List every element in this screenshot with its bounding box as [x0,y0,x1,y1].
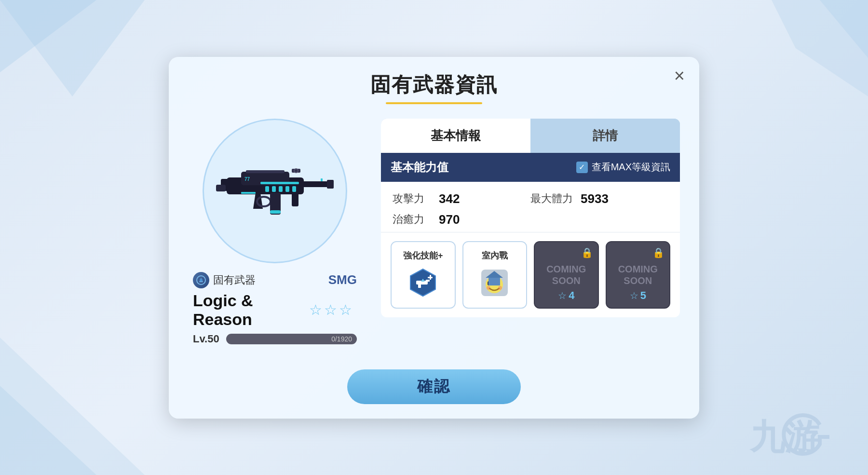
svg-point-43 [498,286,502,290]
locked-star-5: ☆ [630,290,638,301]
attack-value: 342 [439,191,460,206]
left-panel: 77 [188,119,362,345]
lock-icon-4: 🔒 [581,247,593,258]
svg-rect-45 [488,278,500,285]
svg-rect-14 [285,186,289,192]
coming-soon-text-5: COMING SOON [610,263,666,286]
svg-rect-20 [270,210,281,214]
weapon-type-row: 固有武器 SMG [188,272,362,288]
right-panel: 基本情報 詳情 基本能力值 ✓ 查看MAX等級資訊 [381,119,680,317]
svg-rect-21 [292,193,298,206]
weapon-type-icon [193,272,209,288]
check-mark: ✓ [579,163,585,172]
level-label: Lv.50 [193,333,219,345]
locked-star-row-4: ☆ 4 [558,289,574,302]
locked-num-4: 4 [569,289,574,302]
max-level-text: 查看MAX等級資訊 [592,161,670,174]
stat-hp: 最大體力 5933 [530,191,668,206]
skills-row: 強化技能+ [381,232,680,317]
svg-text:77: 77 [244,176,250,182]
svg-point-42 [487,286,490,290]
star-1: ☆ [309,301,322,318]
exp-bar-container: 0/1920 [226,334,357,344]
hp-label: 最大體力 [530,191,573,206]
svg-rect-27 [241,192,256,194]
svg-rect-33 [418,284,421,288]
star-2: ☆ [324,301,337,318]
stats-grid: 攻擊力 342 最大體力 5933 治癒力 970 [381,182,680,232]
svg-point-29 [200,279,203,282]
skill-enhance-icon-area [406,266,440,300]
svg-rect-8 [301,181,328,187]
weapon-category: SMG [328,272,357,287]
svg-rect-32 [426,280,430,282]
svg-rect-17 [216,185,226,191]
weapon-image: 77 [212,153,338,228]
confirm-button[interactable]: 確認 [347,369,521,404]
lock-icon-5: 🔒 [652,247,665,258]
max-level-checkbox[interactable]: ✓ 查看MAX等級資訊 [576,161,670,174]
weapon-type-label: 固有武器 [213,273,256,287]
attack-label: 攻擊力 [393,191,431,206]
svg-rect-26 [321,178,323,181]
hp-value: 5933 [581,191,609,206]
weapon-info-modal: 固有武器資訊 × [169,57,699,419]
weapon-name: Logic & Reason [193,291,309,329]
level-row: Lv.50 0/1920 [188,333,362,345]
svg-rect-15 [292,186,296,192]
exp-text: 0/1920 [331,335,352,343]
skill-card-indoor[interactable]: 室內戰 [462,241,528,309]
stats-panel: 基本能力值 ✓ 查看MAX等級資訊 攻擊力 342 [381,153,680,317]
title-underline [386,102,482,104]
skill-enhance-label: 強化技能+ [403,250,443,261]
skill-card-locked-5: 🔒 COMING SOON ☆ 5 [606,241,671,309]
stats-header-title: 基本能力值 [391,160,448,175]
svg-rect-10 [260,182,299,184]
modal-title: 固有武器資訊 [178,71,690,98]
skill-indoor-label: 室內戰 [482,250,508,261]
checkbox-icon: ✓ [576,162,588,173]
confirm-area: 確認 [169,360,699,419]
close-button[interactable]: × [674,67,685,85]
modal-body: 77 [169,104,699,360]
coming-soon-text-4: COMING SOON [538,263,595,286]
svg-rect-24 [292,169,300,173]
weapon-display-circle: 77 [203,119,347,263]
locked-star-row-5: ☆ 5 [630,289,646,302]
tab-basic[interactable]: 基本情報 [381,119,530,153]
weapon-stars: ☆ ☆ ☆ [309,301,357,318]
tab-detail[interactable]: 詳情 [530,119,680,153]
modal-overlay: 固有武器資訊 × [0,0,868,475]
heal-value: 970 [439,212,460,227]
star-3: ☆ [339,301,352,318]
svg-rect-11 [265,186,269,192]
svg-rect-12 [272,186,276,192]
stats-header: 基本能力值 ✓ 查看MAX等級資訊 [381,153,680,182]
stat-heal: 治癒力 970 [393,212,530,227]
skill-card-enhance[interactable]: 強化技能+ [391,241,456,309]
tabs-row: 基本情報 詳情 [381,119,680,153]
svg-rect-22 [246,170,285,173]
weapon-type-badge: 固有武器 [193,272,256,288]
modal-header: 固有武器資訊 × [169,57,699,104]
svg-rect-35 [430,275,431,280]
locked-star-4: ☆ [558,290,567,301]
skill-indoor-icon-area [478,266,512,300]
svg-rect-13 [279,186,283,192]
stat-attack: 攻擊力 342 [393,191,530,206]
skill-card-locked-4: 🔒 COMING SOON ☆ 4 [534,241,599,309]
heal-label: 治癒力 [393,212,431,227]
locked-num-5: 5 [640,289,646,302]
svg-rect-9 [327,180,334,189]
